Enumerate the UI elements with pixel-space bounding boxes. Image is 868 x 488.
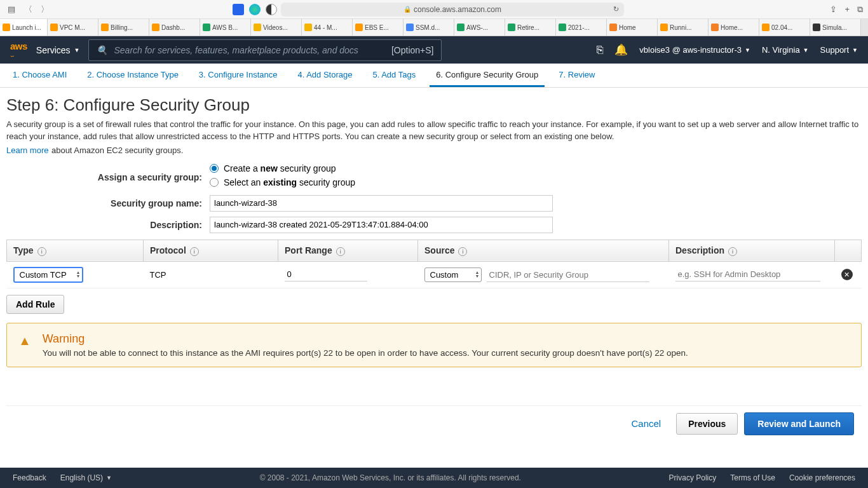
tab-label: AWS B... bbox=[212, 24, 238, 31]
url-bar[interactable]: 🔒 console.aws.amazon.com ↻ bbox=[281, 3, 624, 17]
tab-label: Home... bbox=[721, 24, 743, 31]
lock-icon: 🔒 bbox=[403, 6, 411, 13]
radio-create-new[interactable]: Create a new security group bbox=[210, 163, 862, 173]
action-bar: Cancel Previous Review and Launch bbox=[6, 405, 862, 443]
browser-tab[interactable]: EBS E... bbox=[353, 19, 403, 36]
favicon bbox=[711, 24, 719, 31]
support-menu[interactable]: Support ▼ bbox=[820, 45, 858, 55]
source-mode-select[interactable]: Custom▴▾ bbox=[424, 268, 482, 282]
wizard-tab[interactable]: 1. Choose AMI bbox=[6, 64, 73, 87]
warning-text: You will not be able to connect to this … bbox=[43, 348, 688, 358]
column-header: Protocoli bbox=[144, 240, 278, 261]
info-icon[interactable]: i bbox=[190, 247, 199, 256]
radio-select-existing[interactable]: Select an existing security group bbox=[210, 177, 862, 187]
notifications-icon[interactable]: 🔔 bbox=[614, 43, 628, 57]
browser-tab[interactable]: 02.04... bbox=[759, 19, 810, 36]
column-header: Descriptioni bbox=[669, 240, 835, 261]
tab-label: Simula... bbox=[822, 24, 847, 31]
search-shortcut: [Option+S] bbox=[391, 45, 434, 55]
shield-icon[interactable] bbox=[266, 4, 277, 15]
services-menu[interactable]: Services ▼ bbox=[36, 45, 80, 55]
browser-tab[interactable]: 44 - M... bbox=[302, 19, 353, 36]
sg-name-label: Security group name: bbox=[6, 198, 210, 208]
column-header: Sourcei bbox=[418, 240, 669, 261]
sg-name-input[interactable] bbox=[210, 195, 553, 212]
warning-box: ▲ Warning You will not be able to connec… bbox=[6, 323, 862, 367]
rule-description-input[interactable] bbox=[675, 268, 820, 281]
browser-tab[interactable]: Dashb... bbox=[149, 19, 200, 36]
source-cidr-input[interactable] bbox=[487, 268, 649, 282]
tabs-overview-icon[interactable]: ⧉ bbox=[857, 4, 863, 15]
rules-table: TypeiProtocoliPort RangeiSourceiDescript… bbox=[6, 240, 862, 288]
info-icon[interactable]: i bbox=[728, 247, 737, 256]
browser-tab[interactable]: Home... bbox=[709, 19, 759, 36]
sidebar-toggle-icon[interactable]: ▤ bbox=[5, 3, 18, 16]
rule-protocol: TCP bbox=[144, 261, 278, 288]
wizard-tab[interactable]: 5. Add Tags bbox=[366, 64, 422, 87]
tab-label: Home bbox=[619, 24, 636, 31]
extension-icon[interactable] bbox=[249, 4, 261, 15]
account-label: vbloise3 @ aws-instructor-3 bbox=[639, 45, 742, 55]
wizard-tab[interactable]: 3. Configure Instance bbox=[193, 64, 284, 87]
cancel-button[interactable]: Cancel bbox=[622, 413, 670, 434]
learn-more-link[interactable]: Learn more bbox=[6, 146, 48, 155]
page-footer: Feedback English (US) ▼ © 2008 - 2021, A… bbox=[0, 468, 868, 488]
support-label: Support bbox=[820, 45, 850, 55]
share-icon[interactable]: ⇪ bbox=[830, 4, 837, 15]
extension-icon[interactable] bbox=[233, 4, 244, 15]
refresh-icon[interactable]: ↻ bbox=[613, 5, 619, 13]
wizard-tab[interactable]: 2. Choose Instance Type bbox=[81, 64, 185, 87]
privacy-link[interactable]: Privacy Policy bbox=[669, 473, 717, 482]
info-icon[interactable]: i bbox=[336, 247, 345, 256]
browser-tab[interactable]: Simula... bbox=[810, 19, 861, 36]
browser-tab[interactable]: Runni... bbox=[658, 19, 709, 36]
global-search[interactable]: 🔍 Search for services, features, marketp… bbox=[88, 39, 442, 61]
rule-type-select[interactable]: Custom TCP▴▾ bbox=[13, 267, 83, 283]
previous-button[interactable]: Previous bbox=[676, 413, 738, 435]
browser-tab[interactable]: 2021-... bbox=[556, 19, 607, 36]
search-placeholder: Search for services, features, marketpla… bbox=[114, 45, 358, 55]
browser-tab[interactable]: Billing... bbox=[98, 19, 149, 36]
smile-icon: ⌣ bbox=[10, 52, 27, 60]
delete-rule-icon[interactable]: ✕ bbox=[841, 269, 853, 280]
info-icon[interactable]: i bbox=[37, 247, 46, 256]
aws-logo[interactable]: aws ⌣ bbox=[10, 41, 27, 60]
browser-tab[interactable]: Videos... bbox=[251, 19, 302, 36]
cookies-link[interactable]: Cookie preferences bbox=[789, 473, 855, 482]
wizard-tab[interactable]: 4. Add Storage bbox=[291, 64, 358, 87]
language-menu[interactable]: English (US) ▼ bbox=[60, 473, 112, 482]
page-description: A security group is a set of firewall ru… bbox=[6, 119, 862, 143]
caret-down-icon: ▼ bbox=[74, 47, 80, 53]
cloudshell-icon[interactable]: ⎘ bbox=[597, 44, 603, 57]
tab-label: 2021-... bbox=[568, 24, 590, 31]
add-rule-button[interactable]: Add Rule bbox=[6, 295, 64, 314]
port-range-input[interactable] bbox=[285, 268, 367, 281]
wizard-tab[interactable]: 6. Configure Security Group bbox=[430, 64, 545, 87]
tab-label: VPC M... bbox=[60, 24, 85, 31]
browser-tab[interactable]: Home bbox=[607, 19, 658, 36]
account-menu[interactable]: vbloise3 @ aws-instructor-3 ▼ bbox=[639, 45, 750, 55]
region-menu[interactable]: N. Virginia ▼ bbox=[762, 45, 809, 55]
favicon bbox=[304, 24, 312, 31]
browser-tab[interactable]: AWS-... bbox=[454, 19, 505, 36]
browser-tab[interactable]: Launch i... bbox=[0, 19, 48, 36]
caret-down-icon: ▼ bbox=[852, 47, 858, 53]
wizard-tab[interactable]: 7. Review bbox=[552, 64, 601, 87]
feedback-link[interactable]: Feedback bbox=[13, 473, 46, 482]
favicon bbox=[406, 24, 414, 31]
browser-tab[interactable]: SSM.d... bbox=[403, 19, 454, 36]
favicon bbox=[203, 24, 210, 31]
warning-title: Warning bbox=[43, 332, 688, 346]
info-icon[interactable]: i bbox=[458, 247, 467, 256]
forward-icon[interactable]: 〉 bbox=[38, 3, 51, 16]
browser-tab[interactable]: Retire... bbox=[505, 19, 556, 36]
sg-desc-input[interactable] bbox=[210, 217, 553, 233]
back-icon[interactable]: 〈 bbox=[22, 3, 34, 16]
caret-down-icon: ▼ bbox=[803, 47, 809, 53]
review-launch-button[interactable]: Review and Launch bbox=[744, 412, 854, 435]
terms-link[interactable]: Terms of Use bbox=[730, 473, 775, 482]
browser-tab[interactable]: AWS B... bbox=[200, 19, 251, 36]
browser-tab[interactable]: VPC M... bbox=[48, 19, 98, 36]
new-tab-icon[interactable]: + bbox=[844, 4, 850, 15]
favicon bbox=[101, 24, 109, 31]
